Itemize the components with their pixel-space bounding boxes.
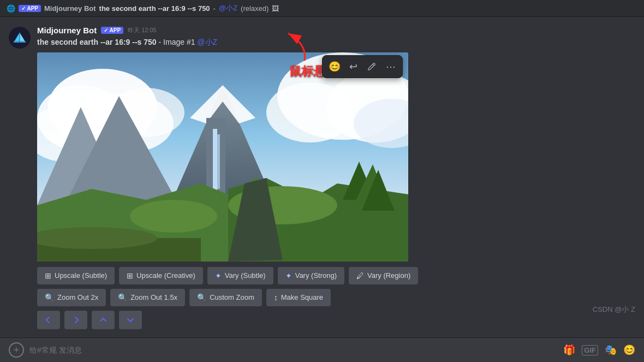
vary-region-button[interactable]: 🖊 Vary (Region) [349,267,418,284]
vary-region-label: Vary (Region) [367,271,410,280]
reply-button[interactable]: ↩ [344,58,362,75]
vary-strong-button[interactable]: ✦ Vary (Strong) [278,267,344,284]
nav-buttons-row [37,311,635,329]
upscale-subtle-button[interactable]: ⊞ Upscale (Subtle) [37,267,115,284]
upscale-creative-label: Upscale (Creative) [136,271,195,280]
vary-strong-icon: ✦ [285,271,292,280]
make-square-button[interactable]: ↕ Make Square [266,289,331,306]
gift-icon[interactable]: 🎁 [563,344,575,356]
notification-command: the second earth --ar 16:9 --s 750 [99,4,210,13]
message-row: Midjourney Bot ✓ APP 昨天 12:05 the second… [9,26,635,336]
message-mention: @小Z [197,38,217,46]
nav-up-button[interactable] [92,311,115,329]
custom-zoom-button[interactable]: 🔍 Custom Zoom [189,289,262,306]
add-attachment-button[interactable]: + [9,342,24,358]
notification-app-badge: ✓ APP [19,5,41,12]
notification-image-icon: 🖼 [272,4,279,13]
nav-left-button[interactable] [37,311,60,329]
gif-icon[interactable]: GIF [582,345,598,355]
vary-subtle-label: Vary (Subtle) [225,271,266,280]
zoom-out-2x-button[interactable]: 🔍 Zoom Out 2x [37,289,106,306]
message-suffix: - Image #1 [159,38,198,46]
message-area: Midjourney Bot ✓ APP 昨天 12:05 the second… [0,17,644,337]
notification-globe-icon: 🌐 [7,4,15,13]
upscale-creative-icon: ⊞ [127,271,133,280]
watermark: CSDN @小 Z [593,305,635,314]
zoom-out-1-5x-label: Zoom Out 1.5x [130,293,177,301]
zoom-out-1-5x-button[interactable]: 🔍 Zoom Out 1.5x [110,289,185,306]
upscale-subtle-label: Upscale (Subtle) [55,271,107,280]
zoom-out-1-5x-icon: 🔍 [118,293,127,302]
custom-zoom-label: Custom Zoom [210,293,254,301]
nav-right-button[interactable] [64,311,87,329]
svg-rect-21 [217,134,220,189]
emoji-reaction-button[interactable]: 😊 [326,58,343,75]
vary-region-icon: 🖊 [356,271,364,280]
notification-separator: - [213,4,216,13]
generated-image [37,52,408,262]
message-command: the second earth --ar 16:9 --s 750 [37,38,157,46]
upscale-subtle-icon: ⊞ [45,271,51,280]
notification-mention: @小Z [219,3,237,13]
custom-zoom-icon: 🔍 [197,293,206,302]
message-username: Midjourney Bot [37,26,97,35]
bottom-right-icons: 🎁 GIF 🎭 😊 [563,344,635,356]
edit-button[interactable] [363,58,380,75]
upscale-creative-button[interactable]: ⊞ Upscale (Creative) [119,267,203,284]
make-square-label: Make Square [281,293,323,301]
notification-bar: 🌐 ✓ APP Midjourney Bot the second earth … [0,0,644,17]
sticker-icon[interactable]: 🎭 [605,344,617,356]
notification-status: (relaxed) [241,4,269,13]
avatar [9,27,31,49]
make-square-icon: ↕ [274,293,278,302]
red-arrow [261,28,315,66]
chat-container: 🌐 ✓ APP Midjourney Bot the second earth … [0,0,644,362]
message-header: Midjourney Bot ✓ APP 昨天 12:05 [37,26,635,35]
svg-point-13 [266,82,354,143]
more-options-button[interactable]: ⋯ [381,58,399,75]
hover-menu: 😊 ↩ ⋯ [322,55,403,78]
action-buttons-row2: 🔍 Zoom Out 2x 🔍 Zoom Out 1.5x 🔍 Custom Z… [37,289,436,306]
notification-bot-name: Midjourney Bot [44,4,96,13]
bottom-bar: + 🎁 GIF 🎭 😊 [0,337,644,362]
message-content: Midjourney Bot ✓ APP 昨天 12:05 the second… [37,26,635,336]
nav-down-button[interactable] [119,311,142,329]
zoom-out-2x-icon: 🔍 [45,293,54,302]
vary-subtle-icon: ✦ [215,271,222,280]
message-input[interactable] [29,346,558,354]
message-app-badge: ✓ APP [101,27,123,34]
message-area-wrapper: Midjourney Bot ✓ APP 昨天 12:05 the second… [0,17,644,337]
emoji-icon[interactable]: 😊 [623,344,635,356]
image-container: 鼠标悬停该区域出现 😊 [37,52,408,262]
vary-strong-label: Vary (Strong) [295,271,337,280]
action-buttons-row1: ⊞ Upscale (Subtle) ⊞ Upscale (Creative) … [37,267,436,284]
svg-point-25 [130,200,217,233]
vary-subtle-button[interactable]: ✦ Vary (Subtle) [207,267,273,284]
zoom-out-2x-label: Zoom Out 2x [57,293,98,301]
message-timestamp: 昨天 12:05 [128,26,157,34]
message-text: the second earth --ar 16:9 --s 750 - Ima… [37,37,635,48]
